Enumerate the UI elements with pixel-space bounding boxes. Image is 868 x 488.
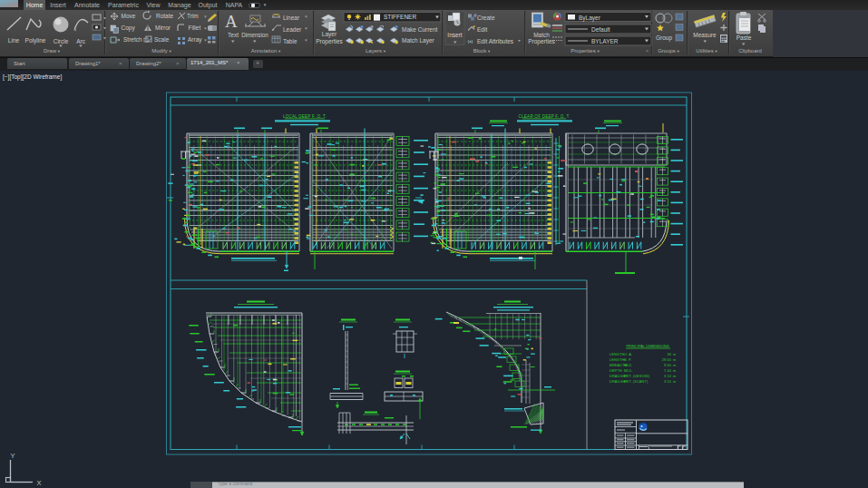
svg-text:Table: Table xyxy=(283,38,297,44)
svg-text:MLD.: MLD. xyxy=(624,363,633,367)
svg-text:Arc: Arc xyxy=(76,38,86,44)
svg-text:m: m xyxy=(673,352,676,356)
svg-text:Measure: Measure xyxy=(693,32,717,38)
svg-text:Paste: Paste xyxy=(736,34,752,41)
svg-text:Properties: Properties xyxy=(528,38,555,45)
svg-text:Insert: Insert xyxy=(447,32,462,38)
svg-text:Group: Group xyxy=(656,34,672,42)
svg-text:PRINCIPAL DIMENSIONS: PRINCIPAL DIMENSIONS xyxy=(626,344,668,348)
svg-text:O. A.: O. A. xyxy=(624,352,632,356)
svg-text:ByLayer: ByLayer xyxy=(579,15,601,22)
svg-text:3.50: 3.50 xyxy=(664,379,672,384)
svg-text:Mirror: Mirror xyxy=(155,24,171,31)
svg-text:MLD.: MLD. xyxy=(624,368,633,373)
svg-text:36: 36 xyxy=(667,352,671,356)
svg-text:Copy: Copy xyxy=(122,24,136,32)
svg-text:EXT. (DESIGN): EXT. (DESIGN) xyxy=(624,374,650,378)
svg-text:B. P.: B. P. xyxy=(624,357,631,362)
svg-text:Circle: Circle xyxy=(54,38,69,44)
svg-text:Scale: Scale xyxy=(154,36,170,43)
svg-text:Make Current: Make Current xyxy=(402,26,438,33)
svg-text:m: m xyxy=(673,363,676,367)
svg-text:Properties: Properties xyxy=(316,38,343,45)
svg-text:Trim: Trim xyxy=(187,13,199,19)
svg-text:Rotate: Rotate xyxy=(156,13,174,19)
svg-text:Match Layer: Match Layer xyxy=(402,37,435,44)
svg-text:X: X xyxy=(36,479,41,487)
svg-text:STIFFENER: STIFFENER xyxy=(384,14,416,20)
svg-text:9.60: 9.60 xyxy=(664,363,672,367)
svg-text:LENGTH: LENGTH xyxy=(610,352,624,356)
svg-text:m: m xyxy=(673,368,676,373)
svg-text:Create: Create xyxy=(477,15,495,21)
svg-text:3.10: 3.10 xyxy=(664,374,672,378)
svg-text:CLEAR OF DEEP F. O. T.: CLEAR OF DEEP F. O. T. xyxy=(519,114,571,119)
svg-text:DEPTH: DEPTH xyxy=(610,368,622,373)
svg-text:×: × xyxy=(646,48,649,54)
svg-text:Dimension: Dimension xyxy=(241,32,268,38)
svg-text:Default: Default xyxy=(591,26,610,33)
svg-text:Edit: Edit xyxy=(477,26,487,33)
svg-text:29.60: 29.60 xyxy=(662,357,672,362)
svg-text:Line: Line xyxy=(8,37,20,44)
svg-text:BYLAYER: BYLAYER xyxy=(591,38,619,44)
svg-text:Match: Match xyxy=(533,32,550,38)
svg-text:Leader: Leader xyxy=(283,26,302,33)
svg-text:m: m xyxy=(673,357,676,362)
svg-text:EXT. (SCANT): EXT. (SCANT) xyxy=(624,379,649,384)
svg-text:Y: Y xyxy=(10,452,15,460)
svg-text:Stretch: Stretch xyxy=(123,36,142,43)
svg-text:A: A xyxy=(225,12,238,31)
svg-text:LOCAL DEEP F. O. T.: LOCAL DEEP F. O. T. xyxy=(283,114,327,119)
svg-text:Move: Move xyxy=(122,13,136,19)
svg-text:LENGTH: LENGTH xyxy=(610,357,624,362)
svg-text:7.40: 7.40 xyxy=(664,368,672,373)
svg-text:Linear: Linear xyxy=(283,15,300,21)
svg-text:Polyline: Polyline xyxy=(25,37,46,44)
svg-text:m: m xyxy=(673,379,676,384)
svg-text:Edit Attributes: Edit Attributes xyxy=(477,38,514,44)
svg-text:Fillet: Fillet xyxy=(189,24,201,31)
svg-text:m: m xyxy=(673,374,676,378)
svg-text:Array: Array xyxy=(188,36,202,44)
svg-text:Text: Text xyxy=(228,32,239,38)
